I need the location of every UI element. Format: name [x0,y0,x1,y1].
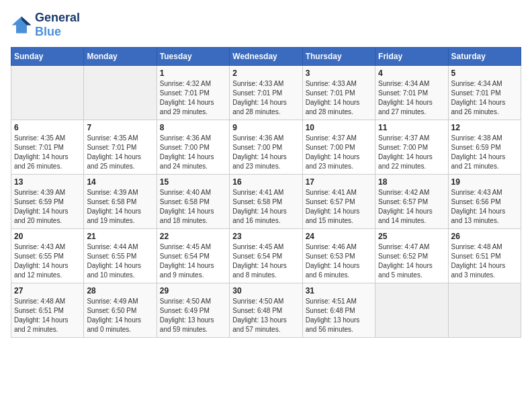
calendar-cell: 9Sunrise: 4:36 AM Sunset: 7:00 PM Daylig… [230,120,302,175]
calendar-cell: 27Sunrise: 4:48 AM Sunset: 6:51 PM Dayli… [11,283,84,338]
day-number: 12 [451,123,518,132]
weekday-header-monday: Monday [84,48,157,66]
calendar-cell: 24Sunrise: 4:46 AM Sunset: 6:53 PM Dayli… [302,229,375,283]
day-number: 16 [232,177,299,187]
day-info: Sunrise: 4:41 AM Sunset: 6:58 PM Dayligh… [232,188,299,226]
day-number: 3 [306,68,372,78]
calendar-week-2: 6Sunrise: 4:35 AM Sunset: 7:01 PM Daylig… [11,120,521,175]
calendar-cell: 5Sunrise: 4:34 AM Sunset: 7:01 PM Daylig… [448,66,521,120]
calendar-cell: 7Sunrise: 4:35 AM Sunset: 7:01 PM Daylig… [84,120,157,175]
day-number: 22 [160,232,226,241]
day-number: 28 [87,286,153,295]
calendar-week-1: 1Sunrise: 4:32 AM Sunset: 7:01 PM Daylig… [11,66,521,120]
calendar-cell: 13Sunrise: 4:39 AM Sunset: 6:59 PM Dayli… [11,175,84,229]
day-number: 23 [232,232,299,241]
day-info: Sunrise: 4:38 AM Sunset: 6:59 PM Dayligh… [451,134,518,171]
day-number: 1 [160,68,226,78]
day-info: Sunrise: 4:35 AM Sunset: 7:01 PM Dayligh… [14,134,81,171]
day-number: 10 [306,123,372,132]
calendar-table: SundayMondayTuesdayWednesdayThursdayFrid… [11,47,521,338]
day-info: Sunrise: 4:42 AM Sunset: 6:57 PM Dayligh… [378,188,445,226]
day-info: Sunrise: 4:49 AM Sunset: 6:50 PM Dayligh… [87,297,153,334]
logo-icon [11,15,32,34]
calendar-cell: 18Sunrise: 4:42 AM Sunset: 6:57 PM Dayli… [375,175,448,229]
day-number: 5 [451,68,518,78]
calendar-cell: 21Sunrise: 4:44 AM Sunset: 6:55 PM Dayli… [84,229,157,283]
page-header: General Blue [11,11,521,39]
calendar-cell: 19Sunrise: 4:43 AM Sunset: 6:56 PM Dayli… [448,175,521,229]
calendar-cell: 30Sunrise: 4:50 AM Sunset: 6:48 PM Dayli… [230,283,302,338]
day-info: Sunrise: 4:46 AM Sunset: 6:53 PM Dayligh… [306,242,372,280]
day-info: Sunrise: 4:34 AM Sunset: 7:01 PM Dayligh… [378,79,445,117]
calendar-cell: 14Sunrise: 4:39 AM Sunset: 6:58 PM Dayli… [84,175,157,229]
day-info: Sunrise: 4:36 AM Sunset: 7:00 PM Dayligh… [232,134,299,171]
day-number: 30 [232,286,299,295]
logo-text: General Blue [35,11,80,39]
day-info: Sunrise: 4:39 AM Sunset: 6:59 PM Dayligh… [14,188,81,226]
calendar-cell: 10Sunrise: 4:37 AM Sunset: 7:00 PM Dayli… [302,120,375,175]
day-number: 4 [378,68,445,78]
day-number: 26 [451,232,518,241]
day-number: 18 [378,177,445,187]
calendar-header: SundayMondayTuesdayWednesdayThursdayFrid… [11,48,521,66]
day-number: 24 [306,232,372,241]
calendar-cell: 4Sunrise: 4:34 AM Sunset: 7:01 PM Daylig… [375,66,448,120]
day-info: Sunrise: 4:32 AM Sunset: 7:01 PM Dayligh… [160,79,226,117]
day-number: 19 [451,177,518,187]
day-number: 27 [14,286,81,295]
weekday-header-sunday: Sunday [11,48,84,66]
day-number: 13 [14,177,81,187]
calendar-cell: 12Sunrise: 4:38 AM Sunset: 6:59 PM Dayli… [448,120,521,175]
weekday-header-thursday: Thursday [302,48,375,66]
calendar-week-4: 20Sunrise: 4:43 AM Sunset: 6:55 PM Dayli… [11,229,521,283]
day-number: 17 [306,177,372,187]
calendar-cell [448,283,521,338]
calendar-cell: 8Sunrise: 4:36 AM Sunset: 7:00 PM Daylig… [157,120,229,175]
day-info: Sunrise: 4:44 AM Sunset: 6:55 PM Dayligh… [87,242,153,280]
calendar-cell [84,66,157,120]
calendar-cell: 23Sunrise: 4:45 AM Sunset: 6:54 PM Dayli… [230,229,302,283]
calendar-cell: 15Sunrise: 4:40 AM Sunset: 6:58 PM Dayli… [157,175,229,229]
day-info: Sunrise: 4:34 AM Sunset: 7:01 PM Dayligh… [451,79,518,117]
day-number: 8 [160,123,226,132]
day-info: Sunrise: 4:33 AM Sunset: 7:01 PM Dayligh… [306,79,372,117]
calendar-cell: 22Sunrise: 4:45 AM Sunset: 6:54 PM Dayli… [157,229,229,283]
day-number: 7 [87,123,153,132]
calendar-cell [11,66,84,120]
day-info: Sunrise: 4:45 AM Sunset: 6:54 PM Dayligh… [160,242,226,280]
day-info: Sunrise: 4:33 AM Sunset: 7:01 PM Dayligh… [232,79,299,117]
day-info: Sunrise: 4:50 AM Sunset: 6:48 PM Dayligh… [232,297,299,334]
calendar-cell: 3Sunrise: 4:33 AM Sunset: 7:01 PM Daylig… [302,66,375,120]
day-info: Sunrise: 4:43 AM Sunset: 6:55 PM Dayligh… [14,242,81,280]
calendar-cell: 28Sunrise: 4:49 AM Sunset: 6:50 PM Dayli… [84,283,157,338]
weekday-header-wednesday: Wednesday [230,48,302,66]
calendar-cell: 2Sunrise: 4:33 AM Sunset: 7:01 PM Daylig… [230,66,302,120]
day-number: 31 [306,286,372,295]
day-info: Sunrise: 4:37 AM Sunset: 7:00 PM Dayligh… [378,134,445,171]
day-number: 20 [14,232,81,241]
day-info: Sunrise: 4:48 AM Sunset: 6:51 PM Dayligh… [451,242,518,280]
calendar-cell: 25Sunrise: 4:47 AM Sunset: 6:52 PM Dayli… [375,229,448,283]
calendar-cell: 16Sunrise: 4:41 AM Sunset: 6:58 PM Dayli… [230,175,302,229]
day-info: Sunrise: 4:45 AM Sunset: 6:54 PM Dayligh… [232,242,299,280]
day-info: Sunrise: 4:36 AM Sunset: 7:00 PM Dayligh… [160,134,226,171]
day-info: Sunrise: 4:51 AM Sunset: 6:48 PM Dayligh… [306,297,372,334]
calendar-cell: 26Sunrise: 4:48 AM Sunset: 6:51 PM Dayli… [448,229,521,283]
day-info: Sunrise: 4:47 AM Sunset: 6:52 PM Dayligh… [378,242,445,280]
day-number: 25 [378,232,445,241]
day-info: Sunrise: 4:35 AM Sunset: 7:01 PM Dayligh… [87,134,153,171]
calendar-cell: 11Sunrise: 4:37 AM Sunset: 7:00 PM Dayli… [375,120,448,175]
calendar-cell: 6Sunrise: 4:35 AM Sunset: 7:01 PM Daylig… [11,120,84,175]
day-info: Sunrise: 4:40 AM Sunset: 6:58 PM Dayligh… [160,188,226,226]
weekday-header-friday: Friday [375,48,448,66]
logo: General Blue [11,11,80,39]
calendar-cell: 17Sunrise: 4:41 AM Sunset: 6:57 PM Dayli… [302,175,375,229]
day-info: Sunrise: 4:50 AM Sunset: 6:49 PM Dayligh… [160,297,226,334]
day-number: 6 [14,123,81,132]
day-number: 15 [160,177,226,187]
day-number: 29 [160,286,226,295]
day-info: Sunrise: 4:43 AM Sunset: 6:56 PM Dayligh… [451,188,518,226]
day-number: 9 [232,123,299,132]
weekday-header-saturday: Saturday [448,48,521,66]
day-number: 21 [87,232,153,241]
